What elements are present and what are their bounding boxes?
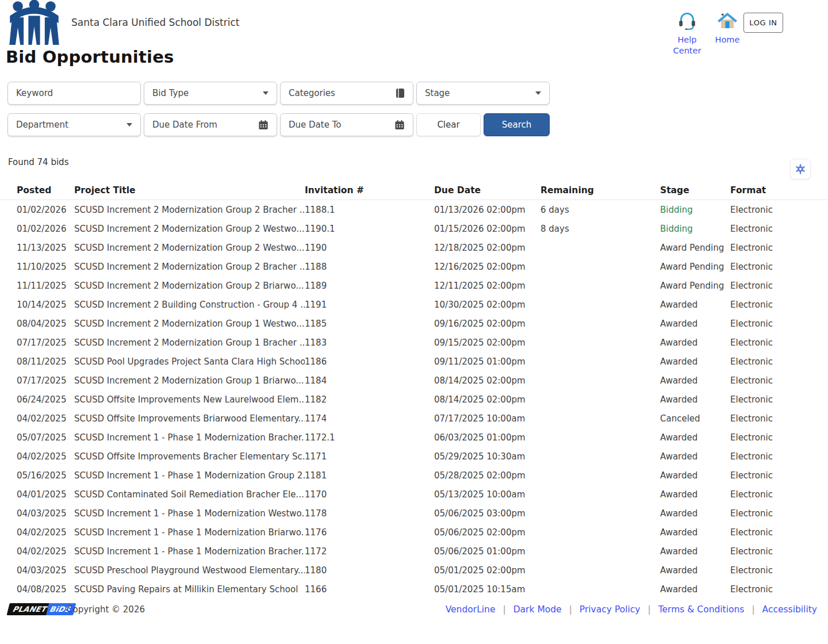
district-name: Santa Clara Unified School District <box>71 17 240 28</box>
invitation-cell: 1190.1 <box>305 224 434 234</box>
table-row[interactable]: 05/07/2025SCUSD Increment 1 - Phase 1 Mo… <box>0 428 828 447</box>
invitation-cell: 1190 <box>305 243 434 253</box>
search-button[interactable]: Search <box>484 113 550 136</box>
col-invitation[interactable]: Invitation # <box>305 185 434 195</box>
footer-link-vendorline[interactable]: VendorLine <box>446 604 496 615</box>
keyword-input[interactable] <box>16 88 132 98</box>
invitation-cell: 1166 <box>305 584 434 595</box>
title-cell: SCUSD Increment 1 - Phase 1 Modernizatio… <box>74 432 305 443</box>
posted-cell: 08/04/2025 <box>17 319 74 329</box>
bid-type-dropdown[interactable]: Bid Type <box>144 82 277 105</box>
department-dropdown[interactable]: Department <box>7 113 141 136</box>
help-center-link[interactable]: Help Center <box>664 9 710 56</box>
due-cell: 08/14/2025 02:00pm <box>434 375 540 386</box>
planetbids-logo[interactable]: PLANET BiDS <box>6 603 76 615</box>
table-row[interactable]: 04/02/2025SCUSD Offsite Improvements Bra… <box>0 447 828 466</box>
due-date-to-label: Due Date To <box>289 120 394 130</box>
table-settings-button[interactable] <box>790 159 811 179</box>
col-stage[interactable]: Stage <box>660 185 730 195</box>
categories-picker[interactable]: Categories <box>280 82 413 105</box>
calendar-icon <box>258 120 269 130</box>
chevron-down-icon <box>126 123 132 126</box>
format-cell: Electronic <box>730 281 828 291</box>
table-row[interactable]: 04/02/2025SCUSD Increment 1 - Phase 1 Mo… <box>0 523 828 542</box>
footer-link-privacy-policy[interactable]: Privacy Policy <box>580 604 641 615</box>
stage-cell: Bidding <box>660 205 730 215</box>
clear-button[interactable]: Clear <box>416 113 481 136</box>
title-cell: SCUSD Contaminated Soil Remediation Brac… <box>74 489 305 500</box>
title-cell: SCUSD Increment 1 - Phase 1 Modernizatio… <box>74 527 305 538</box>
stage-cell: Canceled <box>660 413 730 424</box>
stage-cell: Awarded <box>660 451 730 462</box>
col-posted[interactable]: Posted <box>17 185 74 195</box>
col-due-date[interactable]: Due Date <box>434 185 540 195</box>
stage-dropdown[interactable]: Stage <box>416 82 550 105</box>
stage-cell: Awarded <box>660 338 730 348</box>
posted-cell: 04/02/2025 <box>17 451 74 462</box>
due-date-from-label: Due Date From <box>152 120 258 130</box>
home-link[interactable]: Home <box>707 12 747 45</box>
due-date-from-field[interactable]: Due Date From <box>144 113 277 136</box>
page-title: Bid Opportunities <box>6 47 174 67</box>
footer-links: VendorLine|Dark Mode|Privacy Policy|Term… <box>446 604 817 615</box>
title-cell: SCUSD Increment 2 Modernization Group 2 … <box>74 281 305 291</box>
stage-cell: Award Pending <box>660 262 730 272</box>
table-row[interactable]: 10/14/2025SCUSD Increment 2 Building Con… <box>0 295 828 314</box>
footer-link-separator: | <box>752 604 754 615</box>
stage-label: Stage <box>425 88 535 98</box>
format-cell: Electronic <box>730 489 828 500</box>
format-cell: Electronic <box>730 546 828 557</box>
table-row[interactable]: 01/02/2026SCUSD Increment 2 Modernizatio… <box>0 219 828 238</box>
invitation-cell: 1176 <box>305 527 434 538</box>
table-row[interactable]: 04/03/2025SCUSD Preschool Playground Wes… <box>0 561 828 580</box>
stage-cell: Awarded <box>660 527 730 538</box>
table-row[interactable]: 01/02/2026SCUSD Increment 2 Modernizatio… <box>0 200 828 219</box>
posted-cell: 04/03/2025 <box>17 565 74 576</box>
due-cell: 12/18/2025 02:00pm <box>434 243 540 253</box>
col-remaining[interactable]: Remaining <box>540 185 660 195</box>
table-row[interactable]: 08/04/2025SCUSD Increment 2 Modernizatio… <box>0 314 828 333</box>
chevron-down-icon <box>263 91 269 95</box>
due-cell: 01/15/2026 02:00pm <box>434 224 540 234</box>
due-cell: 05/13/2025 10:00am <box>434 489 540 500</box>
table-row[interactable]: 04/08/2025SCUSD Paving Repairs at Millik… <box>0 580 828 599</box>
table-body: 01/02/2026SCUSD Increment 2 Modernizatio… <box>0 200 828 599</box>
table-row[interactable]: 11/10/2025SCUSD Increment 2 Modernizatio… <box>0 257 828 276</box>
table-row[interactable]: 08/11/2025SCUSD Pool Upgrades Project Sa… <box>0 352 828 371</box>
due-cell: 08/14/2025 02:00pm <box>434 394 540 405</box>
title-cell: SCUSD Increment 2 Modernization Group 1 … <box>74 338 305 348</box>
table-row[interactable]: 05/16/2025SCUSD Increment 1 - Phase 1 Mo… <box>0 466 828 485</box>
format-cell: Electronic <box>730 319 828 329</box>
footer-link-terms-conditions[interactable]: Terms & Conditions <box>658 604 745 615</box>
title-cell: SCUSD Increment 2 Modernization Group 2 … <box>74 243 305 253</box>
footer-link-separator: | <box>648 604 651 615</box>
table-row[interactable]: 04/02/2025SCUSD Increment 1 - Phase 1 Mo… <box>0 542 828 561</box>
table-row[interactable]: 11/11/2025SCUSD Increment 2 Modernizatio… <box>0 276 828 295</box>
table-row[interactable]: 11/13/2025SCUSD Increment 2 Modernizatio… <box>0 238 828 257</box>
stage-cell: Bidding <box>660 224 730 234</box>
posted-cell: 06/24/2025 <box>17 394 74 405</box>
format-cell: Electronic <box>730 394 828 405</box>
footer-link-accessibility[interactable]: Accessibility <box>762 604 817 615</box>
due-date-to-field[interactable]: Due Date To <box>280 113 413 136</box>
col-format[interactable]: Format <box>730 185 828 195</box>
format-cell: Electronic <box>730 508 828 519</box>
format-cell: Electronic <box>730 300 828 310</box>
col-project-title[interactable]: Project Title <box>74 185 305 195</box>
table-row[interactable]: 07/17/2025SCUSD Increment 2 Modernizatio… <box>0 371 828 390</box>
table-row[interactable]: 04/01/2025SCUSD Contaminated Soil Remedi… <box>0 485 828 504</box>
login-button[interactable]: LOG IN <box>743 13 783 33</box>
table-row[interactable]: 04/03/2025SCUSD Increment 1 - Phase 1 Mo… <box>0 504 828 523</box>
table-row[interactable]: 06/24/2025SCUSD Offsite Improvements New… <box>0 390 828 409</box>
table-row[interactable]: 07/17/2025SCUSD Increment 2 Modernizatio… <box>0 333 828 352</box>
due-cell: 05/29/2025 10:30am <box>434 451 540 462</box>
posted-cell: 04/03/2025 <box>17 508 74 519</box>
table-row[interactable]: 04/02/2025SCUSD Offsite Improvements Bri… <box>0 409 828 428</box>
invitation-cell: 1183 <box>305 338 434 348</box>
keyword-field[interactable] <box>7 82 141 105</box>
posted-cell: 07/17/2025 <box>17 375 74 386</box>
search-filters: Bid Type Categories Stage Department Due… <box>7 82 640 145</box>
footer-link-dark-mode[interactable]: Dark Mode <box>513 604 562 615</box>
format-cell: Electronic <box>730 375 828 386</box>
format-cell: Electronic <box>730 565 828 576</box>
